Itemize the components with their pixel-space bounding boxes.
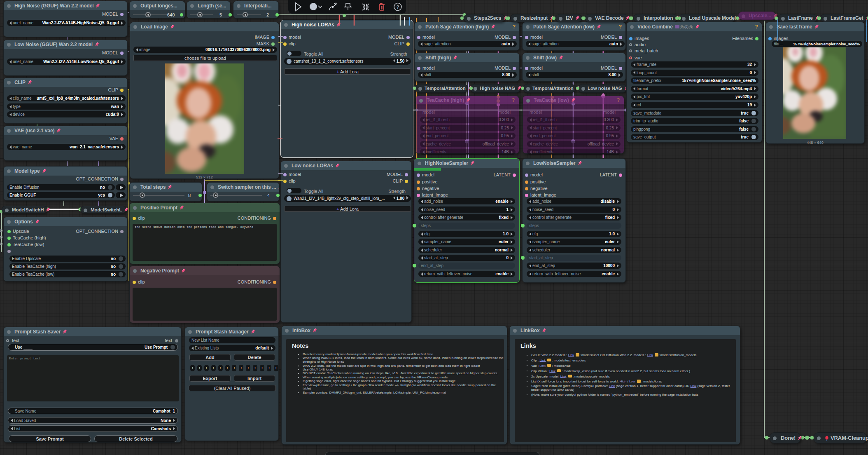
svg-text:?: ? xyxy=(397,5,399,9)
